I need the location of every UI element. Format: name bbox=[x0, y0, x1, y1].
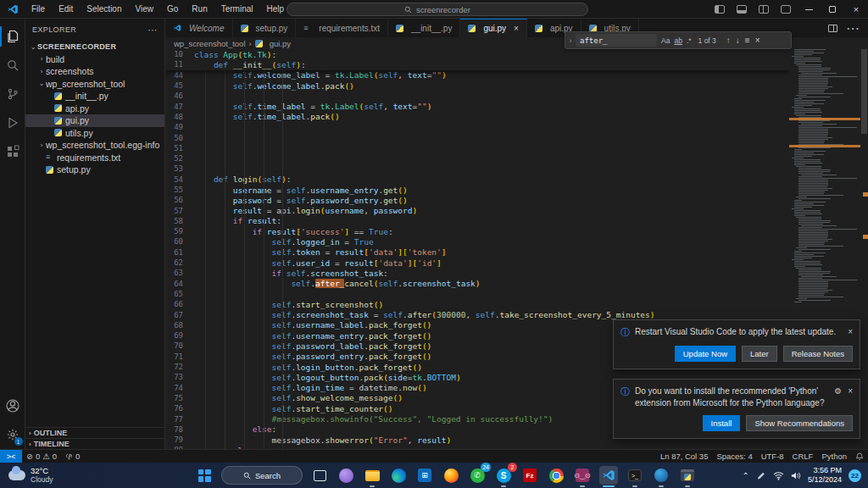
status-ln[interactable]: Ln 87, Col 35 bbox=[656, 452, 713, 461]
command-center-search[interactable]: screenrecorder bbox=[287, 3, 588, 16]
notifications-bell-icon[interactable] bbox=[851, 452, 868, 461]
tray-chevron-icon[interactable]: ⌃ bbox=[743, 471, 749, 480]
tree-item-requirements-txt[interactable]: ≡requirements.txt bbox=[25, 152, 164, 164]
taskbar-chat-icon[interactable] bbox=[337, 466, 355, 485]
close-find-icon[interactable]: × bbox=[755, 36, 760, 45]
close-button[interactable]: × bbox=[844, 0, 868, 19]
show-recommendations-button[interactable]: Show Recommendations bbox=[746, 415, 853, 431]
install-button[interactable]: Install bbox=[703, 415, 741, 431]
taskbar-terminal-icon[interactable]: >_ bbox=[626, 466, 644, 485]
problems-indicator[interactable]: ⊘0 ⚠0 bbox=[22, 452, 61, 461]
activity-extensions[interactable] bbox=[0, 137, 25, 166]
tree-item-build[interactable]: ›build bbox=[25, 53, 164, 66]
taskbar-python-app-icon[interactable] bbox=[678, 466, 697, 485]
activity-settings[interactable]: 1 bbox=[0, 420, 25, 449]
menu-file[interactable]: File bbox=[25, 3, 51, 15]
menu-go[interactable]: Go bbox=[161, 3, 184, 15]
menu-terminal[interactable]: Terminal bbox=[215, 3, 259, 15]
weather-widget[interactable]: 32°C Cloudy bbox=[0, 467, 195, 484]
customize-layout-icon[interactable] bbox=[781, 5, 791, 14]
panel-timeline[interactable]: ›TIMELINE bbox=[25, 438, 164, 449]
find-input[interactable]: after_ bbox=[576, 34, 657, 47]
taskbar-filezilla-icon[interactable]: Fz bbox=[520, 466, 539, 485]
status-python[interactable]: Python bbox=[817, 452, 851, 461]
toggle-replace-icon[interactable]: › bbox=[565, 36, 576, 45]
find-in-selection-icon[interactable]: ≡ bbox=[745, 36, 750, 45]
update-now-button[interactable]: Update Now bbox=[675, 346, 736, 362]
taskbar-whatsapp-icon[interactable]: ✆24 bbox=[468, 466, 487, 485]
tree-item-wp-screenshot-tool[interactable]: ⌄wp_screenshot_tool bbox=[25, 78, 164, 91]
taskbar-blue-app-icon[interactable] bbox=[652, 466, 670, 485]
tab--init-py[interactable]: __init__.py bbox=[388, 19, 460, 37]
explorer-more-actions-icon[interactable]: ⋯ bbox=[148, 25, 158, 36]
split-editor-icon[interactable] bbox=[828, 25, 837, 32]
editor-scrollbar[interactable] bbox=[860, 49, 868, 449]
scrollbar-slider[interactable] bbox=[861, 49, 867, 134]
minimize-button[interactable] bbox=[797, 0, 821, 19]
clock[interactable]: 3:56 PM 5/12/2024 bbox=[808, 466, 842, 485]
activity-source-control[interactable] bbox=[0, 80, 25, 108]
menu-run[interactable]: Run bbox=[186, 3, 213, 15]
toggle-sidebar-icon[interactable] bbox=[715, 5, 725, 14]
tree-item--init-py[interactable]: __init__.py bbox=[25, 90, 164, 103]
activity-account[interactable] bbox=[0, 391, 25, 420]
tab-welcome[interactable]: Welcome bbox=[165, 19, 233, 37]
close-tab-icon[interactable]: × bbox=[514, 24, 519, 33]
breadcrumb-item[interactable]: gui.py bbox=[270, 39, 291, 48]
activity-search[interactable] bbox=[0, 51, 25, 80]
status-spaces[interactable]: Spaces: 4 bbox=[712, 452, 756, 461]
close-notification-icon[interactable]: × bbox=[848, 326, 853, 339]
taskbar-search[interactable]: Search bbox=[221, 466, 303, 485]
release-notes-button[interactable]: Release Notes bbox=[783, 346, 853, 362]
toggle-secondary-sidebar-icon[interactable] bbox=[759, 5, 769, 14]
breadcrumb-item[interactable]: wp_screenshot_tool bbox=[174, 39, 246, 48]
pen-icon[interactable] bbox=[756, 471, 766, 480]
menu-edit[interactable]: Edit bbox=[53, 3, 79, 15]
activity-explorer[interactable] bbox=[0, 22, 25, 51]
ports-indicator[interactable]: 0 bbox=[61, 452, 84, 461]
taskbar-store-icon[interactable]: ⊞ bbox=[415, 466, 434, 485]
tab-setup-py[interactable]: setup.py bbox=[233, 19, 297, 37]
taskbar-chat-app-icon[interactable]: ʘ‿ʘ bbox=[573, 466, 592, 485]
menu-help[interactable]: Help bbox=[261, 3, 291, 15]
start-button[interactable] bbox=[195, 466, 214, 485]
remote-indicator[interactable]: >< bbox=[0, 450, 22, 463]
restore-button[interactable] bbox=[821, 0, 844, 19]
tree-item-wp-screenshot-tool-egg-info[interactable]: ›wp_screenshot_tool.egg-info bbox=[25, 139, 164, 152]
notification-settings-icon[interactable]: ⚙ bbox=[834, 385, 842, 408]
menu-selection[interactable]: Selection bbox=[81, 3, 127, 15]
taskbar-file-explorer-icon[interactable] bbox=[363, 466, 381, 485]
taskbar-edge-icon[interactable] bbox=[389, 466, 408, 485]
taskbar-skype-icon[interactable]: S2 bbox=[494, 466, 513, 485]
wifi-icon[interactable] bbox=[773, 471, 784, 480]
regex-icon[interactable]: .* bbox=[687, 36, 692, 45]
tree-item-api-py[interactable]: api.py bbox=[25, 103, 164, 115]
panel-outline[interactable]: ›OUTLINE bbox=[25, 427, 164, 438]
notification-count-badge[interactable]: 22 bbox=[849, 469, 861, 482]
tree-item-gui-py[interactable]: gui.py bbox=[25, 114, 164, 127]
close-notification-icon[interactable]: × bbox=[848, 385, 853, 408]
taskbar-vscode-icon[interactable] bbox=[599, 466, 618, 485]
status-utf-8[interactable]: UTF-8 bbox=[757, 452, 788, 461]
tree-item-screenshots[interactable]: ›screenshots bbox=[25, 65, 164, 78]
whole-word-icon[interactable]: ab bbox=[674, 36, 682, 45]
editor-more-actions-icon[interactable]: ⋯ bbox=[846, 20, 860, 36]
match-case-icon[interactable]: Aa bbox=[661, 36, 670, 45]
later-button[interactable]: Later bbox=[742, 346, 777, 362]
menu-view[interactable]: View bbox=[130, 3, 160, 15]
tree-item-utils-py[interactable]: utils.py bbox=[25, 127, 164, 140]
taskbar-task-view-icon[interactable] bbox=[310, 466, 329, 485]
find-next-icon[interactable]: ↓ bbox=[736, 36, 740, 45]
tab-requirements-txt[interactable]: ≡requirements.txt bbox=[296, 19, 388, 37]
status-crlf[interactable]: CRLF bbox=[788, 452, 818, 461]
find-previous-icon[interactable]: ↑ bbox=[726, 36, 731, 45]
taskbar-firefox-icon[interactable] bbox=[442, 466, 460, 485]
toggle-panel-icon[interactable] bbox=[737, 5, 747, 14]
tree-item-screenrecorder[interactable]: ⌄SCREENRECORDER bbox=[25, 41, 164, 53]
screen: FileEditSelectionViewGoRunTerminalHelp ←… bbox=[0, 0, 868, 488]
activity-run-debug[interactable] bbox=[0, 108, 25, 137]
tab-gui-py[interactable]: gui.py× bbox=[460, 19, 527, 37]
volume-icon[interactable] bbox=[791, 471, 801, 480]
taskbar-chrome-icon[interactable] bbox=[547, 466, 565, 485]
tree-item-setup-py[interactable]: setup.py bbox=[25, 164, 164, 176]
